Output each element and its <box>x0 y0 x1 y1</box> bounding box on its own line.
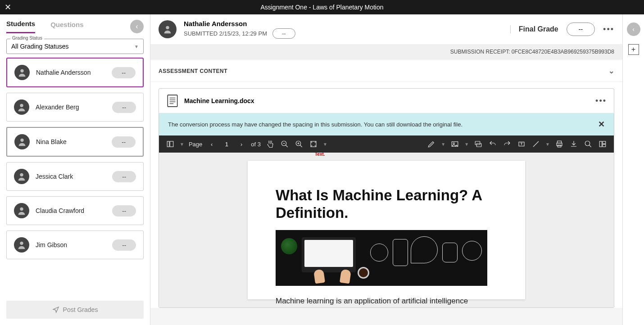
more-options-icon[interactable]: ••• <box>603 25 614 34</box>
page-title: Assignment One - Laws of Planetary Motio… <box>0 4 644 11</box>
next-page-icon[interactable]: › <box>236 139 246 149</box>
student-card[interactable]: Claudia Crawford -- <box>6 196 144 225</box>
svg-rect-24 <box>475 141 480 145</box>
search-icon[interactable] <box>583 139 593 149</box>
add-feedback-button[interactable] <box>628 44 639 55</box>
svg-point-1 <box>20 104 23 107</box>
line-icon[interactable] <box>531 139 541 149</box>
post-grades-label: Post Grades <box>63 306 98 313</box>
svg-rect-33 <box>599 141 602 147</box>
avatar <box>14 203 29 218</box>
svg-rect-12 <box>167 141 169 147</box>
document-paragraph: Machine learning is an application of ar… <box>276 296 497 307</box>
filter-legend: Grading Status <box>10 36 44 41</box>
svg-line-27 <box>533 141 539 147</box>
caret-down-icon[interactable]: ▼ <box>441 142 445 147</box>
grade-pill[interactable]: -- <box>112 67 136 78</box>
svg-rect-35 <box>603 144 606 147</box>
fit-page-icon[interactable] <box>308 139 318 149</box>
chevron-left-icon: ‹ <box>632 26 635 33</box>
document-image <box>276 230 487 286</box>
grade-pill[interactable]: -- <box>112 239 136 251</box>
svg-point-4 <box>20 208 23 211</box>
student-name: Alexander Berg <box>36 104 106 111</box>
grade-pill[interactable]: -- <box>112 205 136 217</box>
svg-rect-30 <box>558 145 561 147</box>
grade-pill[interactable]: -- <box>112 136 136 148</box>
document-icon <box>166 94 179 108</box>
undo-icon[interactable] <box>488 139 498 149</box>
grade-pill[interactable]: -- <box>112 171 136 182</box>
grading-status-filter[interactable]: Grading Status All Grading Statuses ▼ <box>6 39 144 54</box>
document-heading: What Is Machine Learning? A Definition. <box>276 187 497 222</box>
download-icon[interactable] <box>569 139 579 149</box>
tab-questions[interactable]: Questions <box>50 21 83 33</box>
post-grades-button[interactable]: Post Grades <box>6 301 144 319</box>
svg-point-31 <box>585 141 590 146</box>
thumbnails-icon[interactable] <box>598 139 608 149</box>
viewer-toolbar: ▼ Page ‹ 1 › of 3 ▼ <box>159 135 614 153</box>
svg-point-5 <box>20 242 23 245</box>
submission-header: Nathalie Andersson SUBMITTED 2/15/23, 12… <box>150 14 622 44</box>
chevron-down-icon[interactable]: ⌄ <box>608 67 615 75</box>
grade-pill[interactable]: -- <box>112 102 136 113</box>
draw-icon[interactable] <box>426 139 436 149</box>
current-student-name: Nathalie Andersson <box>184 20 295 27</box>
chevron-left-icon: ‹ <box>136 23 138 31</box>
caret-down-icon: ▼ <box>134 44 139 49</box>
student-card[interactable]: Alexander Berg -- <box>6 93 144 122</box>
zoom-out-icon[interactable] <box>280 139 290 149</box>
final-grade-label: Final Grade <box>510 25 558 33</box>
caret-down-icon[interactable]: ▼ <box>464 142 469 147</box>
student-name: Jessica Clark <box>36 173 106 180</box>
right-rail: ‹ <box>622 14 644 325</box>
student-card[interactable]: Jessica Clark -- <box>6 162 144 191</box>
svg-rect-28 <box>558 141 562 143</box>
sidebar: Students Questions ‹ Grading Status All … <box>0 14 150 325</box>
sidebar-toggle-icon[interactable] <box>165 139 175 149</box>
caret-down-icon[interactable]: ▼ <box>180 142 184 147</box>
prev-page-icon[interactable]: ‹ <box>207 139 217 149</box>
page-total: of 3 <box>251 141 261 148</box>
close-icon[interactable]: ✕ <box>5 2 11 12</box>
assessment-heading: ASSESSMENT CONTENT <box>159 68 227 74</box>
svg-point-3 <box>20 173 23 176</box>
svg-rect-25 <box>476 144 481 147</box>
submission-receipt: SUBMISSION RECEIPT: 0FCE8C48720E4B3AB969… <box>150 44 622 59</box>
textbox-icon[interactable] <box>517 139 526 149</box>
final-grade-input[interactable]: -- <box>567 23 595 36</box>
student-card[interactable]: Nina Blake -- <box>6 127 144 157</box>
student-name: Jim Gibson <box>36 241 106 248</box>
page-number[interactable]: 1 <box>221 141 232 148</box>
svg-line-18 <box>300 145 302 147</box>
image-icon[interactable] <box>450 139 460 149</box>
svg-point-0 <box>20 69 23 72</box>
conversion-banner: The conversion process may have changed … <box>159 113 614 135</box>
document-page: What Is Machine Learning? A Definition. <box>248 161 525 299</box>
redo-icon[interactable] <box>502 139 512 149</box>
avatar <box>14 169 29 184</box>
student-name: Nina Blake <box>36 138 105 145</box>
svg-line-32 <box>589 145 591 147</box>
zoom-in-icon[interactable] <box>294 139 304 149</box>
comment-icon[interactable] <box>473 139 483 149</box>
attempt-pill[interactable]: -- <box>272 28 295 39</box>
main-panel: Nathalie Andersson SUBMITTED 2/15/23, 12… <box>150 14 622 325</box>
caret-down-icon[interactable]: ▼ <box>545 142 550 147</box>
expand-rail-button[interactable]: ‹ <box>627 23 640 36</box>
tab-students[interactable]: Students <box>6 20 35 33</box>
caret-down-icon[interactable]: ▼ <box>323 142 327 147</box>
close-icon[interactable]: ✕ <box>598 119 605 129</box>
document-title: Machine Learning.docx <box>184 97 590 104</box>
student-card[interactable]: Nathalie Andersson -- <box>6 58 144 87</box>
svg-point-2 <box>20 139 23 142</box>
paper-plane-icon <box>52 306 59 313</box>
print-icon[interactable] <box>554 139 564 149</box>
collapse-sidebar-button[interactable]: ‹ <box>130 20 144 33</box>
pan-icon[interactable] <box>265 139 275 149</box>
document-more-icon[interactable]: ••• <box>595 96 607 106</box>
student-card[interactable]: Jim Gibson -- <box>6 230 144 259</box>
student-list: Nathalie Andersson -- Alexander Berg -- … <box>0 58 150 296</box>
document-viewport[interactable]: Text. What Is Machine Learning? A Defini… <box>159 153 614 307</box>
text-annotation-tag: Text. <box>315 153 325 157</box>
